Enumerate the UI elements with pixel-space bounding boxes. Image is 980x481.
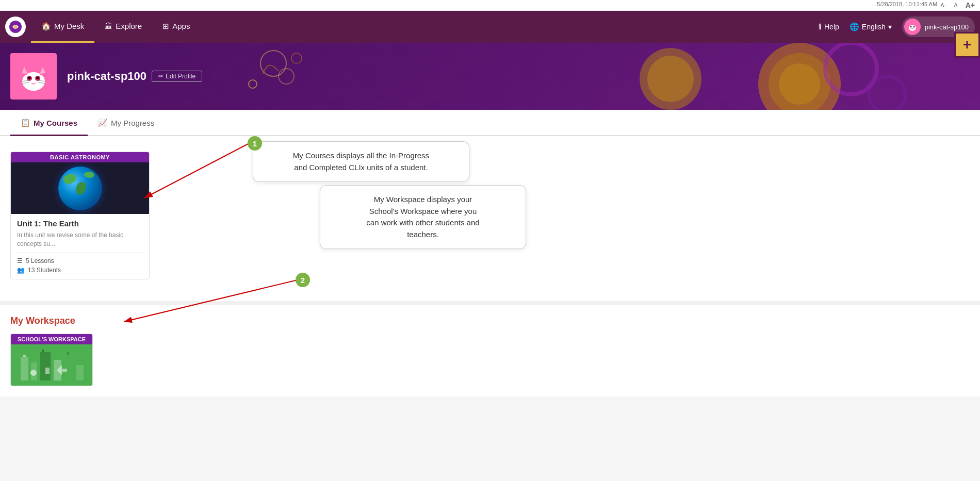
plus-button[interactable]: + [954, 32, 980, 58]
svg-point-9 [279, 69, 294, 84]
system-bar: 5/28/2018, 10:11:45 AM A- A A+ [0, 0, 980, 11]
profile-name-row: pink-cat-sp100 ✏ Edit Profile [67, 70, 202, 83]
svg-rect-45 [76, 365, 84, 380]
earth-image [58, 167, 102, 210]
course-title: Unit 1: The Earth [17, 219, 143, 228]
svg-rect-38 [23, 355, 26, 357]
workspace-illustration [15, 347, 88, 383]
my-progress-tab-label: My Progress [111, 119, 154, 127]
svg-point-11 [640, 48, 701, 110]
lang-label: English [862, 23, 886, 31]
svg-point-24 [37, 77, 39, 79]
workspace-title: My Workspace [10, 316, 970, 326]
svg-point-5 [913, 26, 914, 28]
help-icon: ℹ [819, 22, 822, 31]
chevron-down-icon: ▾ [888, 23, 892, 31]
svg-rect-41 [42, 350, 44, 353]
course-badge: BASIC ASTRONOMY [11, 152, 149, 162]
main-content: 1 My Courses displays all the In-Progres… [0, 136, 980, 301]
workspace-section: My Workspace SCHOOL'S WORKSPACE [0, 301, 980, 396]
my-courses-tab-icon: 📋 [21, 118, 30, 127]
help-label: Help [824, 23, 839, 31]
apps-icon: ⊞ [162, 22, 169, 31]
explore-label: Explore [116, 22, 142, 30]
right-nav: ℹ Help 🌐 English ▾ pink-cat-sp1 [819, 16, 975, 37]
svg-point-12 [647, 56, 694, 102]
svg-point-14 [769, 53, 830, 110]
students-icon: 👥 [17, 267, 25, 274]
nav-mydesk[interactable]: 🏠 My Desk [31, 11, 94, 43]
profile-info: pink-cat-sp100 ✏ Edit Profile [67, 70, 202, 83]
mydesk-label: My Desk [54, 22, 84, 30]
tab-my-courses[interactable]: 📋 My Courses [10, 110, 88, 136]
course-card[interactable]: BASIC ASTRONOMY Unit 1: The Earth In thi… [10, 152, 150, 279]
svg-rect-43 [64, 355, 74, 380]
course-body: Unit 1: The Earth In this unit we revise… [11, 214, 149, 279]
workspace-badge: SCHOOL'S WORKSPACE [11, 334, 92, 344]
language-button[interactable]: 🌐 English ▾ [850, 22, 892, 31]
tooltip-2: My Workspace displays your School's Work… [320, 185, 526, 249]
timestamp: 5/28/2018, 10:11:45 AM [877, 1, 937, 9]
svg-point-8 [260, 51, 286, 76]
profile-avatar [10, 53, 57, 99]
workspace-card[interactable]: SCHOOL'S WORKSPACE [10, 334, 93, 386]
svg-point-1 [14, 25, 17, 28]
font-normal[interactable]: A [954, 2, 957, 8]
course-image [11, 162, 149, 214]
students-count: 👥 13 Students [17, 267, 143, 274]
svg-rect-40 [40, 352, 51, 380]
nav-apps[interactable]: ⊞ Apps [152, 11, 200, 43]
user-avatar-small [904, 19, 921, 35]
mydesk-icon: 🏠 [41, 22, 51, 31]
navbar: 🏠 My Desk 🏛 Explore ⊞ Apps ℹ Help 🌐 Engl… [0, 11, 980, 43]
svg-point-13 [758, 43, 841, 110]
font-small[interactable]: A- [940, 2, 946, 8]
workspace-image [11, 344, 92, 386]
edit-icon: ✏ [158, 73, 164, 80]
globe-icon: 🌐 [850, 22, 859, 31]
edit-profile-button[interactable]: ✏ Edit Profile [152, 71, 202, 82]
svg-line-34 [144, 143, 249, 198]
lessons-icon: ☰ [17, 257, 23, 264]
profile-header: pink-cat-sp100 ✏ Edit Profile [0, 43, 980, 110]
tooltip-1-text: My Courses displays all the In-Progress … [293, 151, 429, 172]
username-display: pink-cat-sp100 [925, 23, 969, 31]
tooltip-2-text: My Workspace displays your School's Work… [366, 195, 479, 239]
annotation-2: 2 [296, 273, 310, 287]
nav-explore[interactable]: 🏛 Explore [94, 11, 152, 43]
svg-point-16 [825, 43, 877, 94]
profile-username: pink-cat-sp100 [67, 70, 146, 83]
course-divider [17, 253, 143, 253]
help-button[interactable]: ℹ Help [819, 22, 839, 31]
course-meta: ☰ 5 Lessons 👥 13 Students [17, 257, 143, 274]
nav-items: 🏠 My Desk 🏛 Explore ⊞ Apps [31, 11, 200, 43]
svg-point-23 [28, 77, 31, 79]
my-courses-tab-label: My Courses [34, 119, 77, 127]
svg-rect-44 [67, 352, 69, 355]
explore-icon: 🏛 [105, 22, 112, 30]
course-description: In this unit we revise some of the basic… [17, 231, 143, 248]
svg-point-10 [291, 53, 302, 63]
font-large[interactable]: A+ [966, 1, 975, 9]
svg-point-15 [779, 63, 820, 105]
logo[interactable] [5, 16, 26, 37]
tabs-bar: 📋 My Courses 📈 My Progress [0, 110, 980, 136]
annotation-1: 1 [248, 136, 262, 151]
svg-point-46 [30, 370, 37, 376]
tab-my-progress[interactable]: 📈 My Progress [88, 110, 165, 136]
my-progress-tab-icon: 📈 [98, 118, 108, 127]
tooltip-1: My Courses displays all the In-Progress … [253, 141, 469, 182]
svg-rect-37 [21, 357, 28, 380]
apps-label: Apps [172, 22, 190, 30]
svg-rect-47 [45, 368, 50, 374]
svg-point-4 [910, 26, 911, 28]
svg-point-18 [249, 80, 257, 88]
svg-point-17 [869, 76, 905, 110]
lessons-count: ☰ 5 Lessons [17, 257, 143, 264]
